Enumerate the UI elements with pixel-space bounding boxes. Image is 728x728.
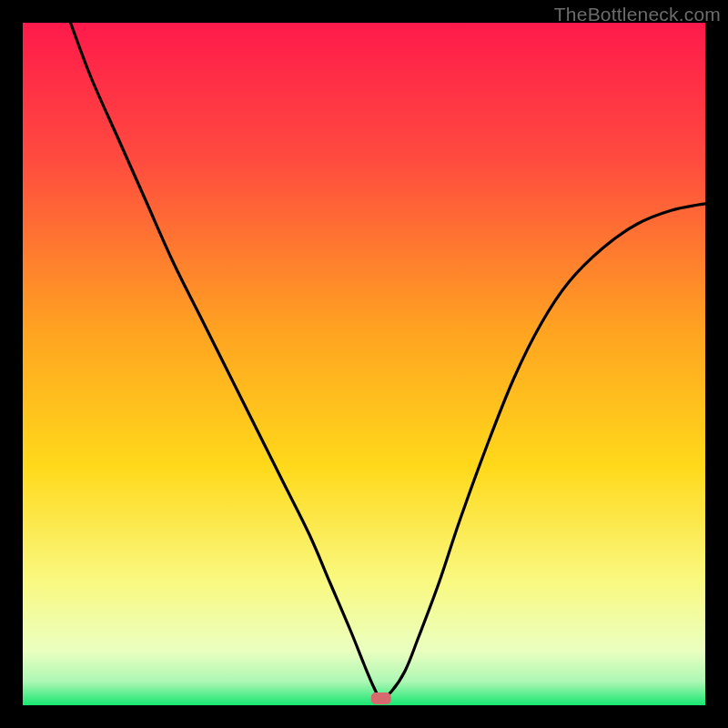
- chart-frame: [23, 23, 705, 705]
- watermark-text: TheBottleneck.com: [554, 4, 721, 25]
- bottleneck-chart: [23, 23, 705, 705]
- gradient-background: [23, 23, 705, 705]
- optimum-marker: [371, 693, 391, 704]
